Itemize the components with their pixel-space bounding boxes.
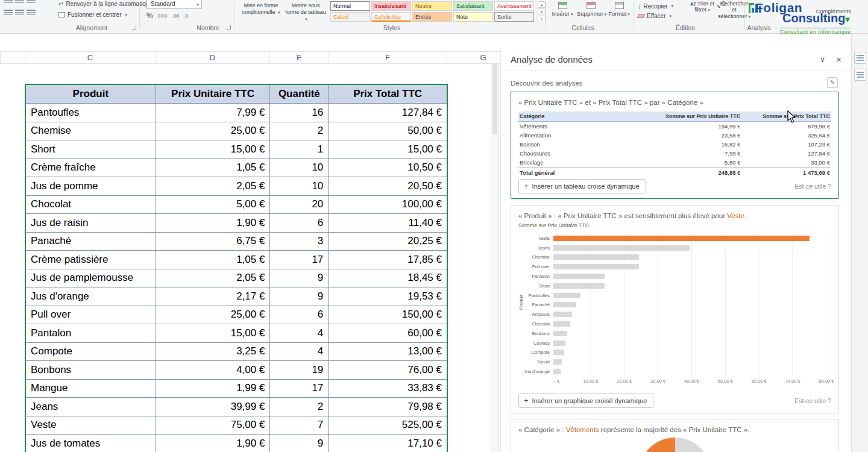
table-cell[interactable]: Compote bbox=[26, 343, 156, 362]
table-cell[interactable]: Panaché bbox=[26, 233, 156, 251]
conditional-formatting-button[interactable]: Mise en forme conditionnelle ▾ bbox=[240, 1, 282, 25]
table-cell[interactable]: Jus de raisin bbox=[26, 214, 156, 233]
style-cellule-liee[interactable]: Cellule liée bbox=[371, 12, 411, 22]
side-panel-icon-bottom[interactable] bbox=[854, 69, 866, 81]
column-header-E[interactable]: E bbox=[270, 51, 329, 64]
align-icons-bottom[interactable] bbox=[2, 8, 37, 19]
table-cell[interactable]: 1,05 € bbox=[156, 251, 271, 269]
insert-cells-button[interactable]: Insérer▾ bbox=[549, 2, 576, 17]
header-produit[interactable]: Produit bbox=[26, 85, 156, 104]
table-row[interactable]: Jus de pamplemousse2,05 €918,45 € bbox=[26, 269, 447, 288]
table-cell[interactable]: Veste bbox=[26, 416, 156, 435]
table-row[interactable]: Chemise25,00 €250,00 € bbox=[26, 122, 447, 141]
table-header-row[interactable]: Produit Prix Unitaire TTC Quantité Prix … bbox=[26, 85, 447, 104]
table-cell[interactable]: 79,98 € bbox=[329, 398, 447, 416]
table-cell[interactable]: 19,53 € bbox=[329, 287, 447, 306]
table-cell[interactable]: 2 bbox=[270, 122, 329, 141]
table-cell[interactable]: 525,00 € bbox=[329, 416, 447, 435]
table-cell[interactable]: 19 bbox=[270, 361, 329, 380]
table-cell[interactable]: 33,83 € bbox=[329, 380, 447, 398]
insert-pivot-chart-button[interactable]: Insérer un graphique croisé dynamique bbox=[518, 394, 653, 408]
is-this-helpful-link[interactable]: Est-ce utile ? bbox=[794, 397, 831, 404]
table-cell[interactable]: 50,00 € bbox=[329, 122, 447, 141]
table-cell[interactable]: 1,90 € bbox=[156, 214, 271, 233]
table-cell[interactable]: 1,05 € bbox=[156, 159, 271, 178]
table-cell[interactable]: 1,90 € bbox=[156, 435, 271, 452]
scrollbar-thumb[interactable] bbox=[492, 62, 497, 134]
table-cell[interactable]: Pantalon bbox=[26, 324, 156, 343]
table-cell[interactable]: Jus d'orange bbox=[26, 287, 156, 306]
table-row[interactable]: Jus de pomme2,05 €1020,50 € bbox=[26, 177, 447, 196]
style-avertissement[interactable]: Avertissement bbox=[494, 1, 534, 11]
table-cell[interactable]: Jus de tomates bbox=[26, 435, 156, 452]
table-cell[interactable]: 17 bbox=[270, 380, 329, 398]
table-row[interactable]: Crème patissière1,05 €1717,85 € bbox=[26, 251, 447, 269]
table-cell[interactable]: Jus de pomme bbox=[26, 177, 156, 196]
table-cell[interactable]: Mangue bbox=[26, 380, 156, 398]
table-cell[interactable]: 60,00 € bbox=[329, 324, 447, 343]
table-cell[interactable]: 10 bbox=[270, 159, 329, 178]
side-panel-icon-top[interactable] bbox=[854, 52, 866, 64]
column-header-D[interactable]: D bbox=[156, 51, 270, 64]
increase-decimal-icon[interactable]: ,00 bbox=[172, 13, 179, 19]
table-cell[interactable]: 11,40 € bbox=[329, 214, 447, 233]
table-cell[interactable]: 25,00 € bbox=[156, 306, 271, 325]
table-cell[interactable]: 4,00 € bbox=[156, 361, 271, 380]
comma-style-icon[interactable]: 000 bbox=[158, 13, 168, 19]
sort-filter-button[interactable]: AZ↓ Trier et filtrer▾ bbox=[688, 1, 716, 13]
table-row[interactable]: Bonbons4,00 €1976,00 € bbox=[26, 361, 447, 380]
table-cell[interactable]: 20 bbox=[270, 196, 329, 215]
table-cell[interactable]: 150,00 € bbox=[329, 306, 447, 325]
clear-button[interactable]: Effacer▾ bbox=[638, 13, 671, 19]
table-row[interactable]: Compote3,25 €413,00 € bbox=[26, 343, 447, 362]
is-this-helpful-link[interactable]: Est-ce utile ? bbox=[794, 183, 831, 190]
delete-cells-button[interactable]: Supprimer▾ bbox=[577, 2, 605, 17]
table-cell[interactable]: 3 bbox=[270, 233, 329, 251]
table-cell[interactable]: 25,00 € bbox=[156, 122, 271, 141]
table-cell[interactable]: 2,05 € bbox=[156, 269, 271, 288]
style-entree[interactable]: Entrée bbox=[412, 12, 452, 22]
percent-style-icon[interactable]: % bbox=[146, 11, 153, 20]
table-cell[interactable]: Jus de pamplemousse bbox=[26, 269, 156, 288]
table-cell[interactable]: 15,00 € bbox=[156, 140, 271, 159]
table-cell[interactable]: 1 bbox=[270, 140, 329, 159]
table-row[interactable]: Chocolat5,00 €20100,00 € bbox=[26, 196, 447, 215]
gallery-scroll-down-icon[interactable]: ▾ bbox=[538, 8, 546, 15]
table-cell[interactable]: 7,99 € bbox=[156, 104, 271, 122]
table-cell[interactable]: 18,45 € bbox=[329, 269, 447, 288]
table-cell[interactable]: Jeans bbox=[26, 398, 156, 416]
insert-pivot-table-button[interactable]: Insérer un tableau croisé dynamique bbox=[518, 179, 646, 193]
merge-center-button[interactable]: Fusionner et centrer ▾ bbox=[58, 11, 127, 18]
table-cell[interactable]: 1,99 € bbox=[156, 380, 271, 398]
table-cell[interactable]: 4 bbox=[270, 324, 329, 343]
table-row[interactable]: Veste75,00 €7525,00 € bbox=[26, 416, 447, 435]
format-cells-button[interactable]: Format▾ bbox=[605, 2, 633, 17]
format-as-table-button[interactable]: Mettre sous forme de tableau ▾ bbox=[285, 1, 327, 25]
table-cell[interactable]: 10 bbox=[270, 177, 329, 196]
table-cell[interactable]: 17,10 € bbox=[329, 435, 447, 452]
table-cell[interactable]: Bonbons bbox=[26, 361, 156, 380]
close-icon[interactable]: × bbox=[836, 54, 841, 64]
table-cell[interactable]: 9 bbox=[270, 269, 329, 288]
table-cell[interactable]: 7 bbox=[270, 416, 329, 435]
table-row[interactable]: Jus de tomates1,90 €917,10 € bbox=[26, 435, 447, 452]
column-header-C[interactable]: C bbox=[25, 51, 156, 64]
style-calcul[interactable]: Calcul bbox=[330, 12, 370, 22]
table-row[interactable]: Pantalon15,00 €460,00 € bbox=[26, 324, 447, 343]
table-cell[interactable]: 75,00 € bbox=[156, 416, 271, 435]
table-cell[interactable]: 2,17 € bbox=[156, 287, 271, 306]
table-cell[interactable]: Short bbox=[26, 140, 156, 159]
table-cell[interactable]: 17 bbox=[270, 251, 329, 269]
table-cell[interactable]: Crème fraîche bbox=[26, 159, 156, 178]
table-cell[interactable]: 2 bbox=[270, 398, 329, 416]
style-normal[interactable]: Normal bbox=[330, 1, 370, 11]
table-cell[interactable]: 3,25 € bbox=[156, 343, 271, 362]
table-row[interactable]: Jeans39,99 €279,98 € bbox=[26, 398, 447, 416]
table-cell[interactable]: Pull over bbox=[26, 306, 156, 325]
table-cell[interactable]: 6,75 € bbox=[156, 233, 271, 251]
table-row[interactable]: Mangue1,99 €1733,83 € bbox=[26, 380, 447, 398]
table-cell[interactable]: 9 bbox=[270, 287, 329, 306]
table-cell[interactable]: 16 bbox=[270, 104, 329, 122]
table-cell[interactable]: 5,00 € bbox=[156, 196, 271, 215]
gallery-more-icon[interactable]: ≡ bbox=[538, 16, 546, 22]
